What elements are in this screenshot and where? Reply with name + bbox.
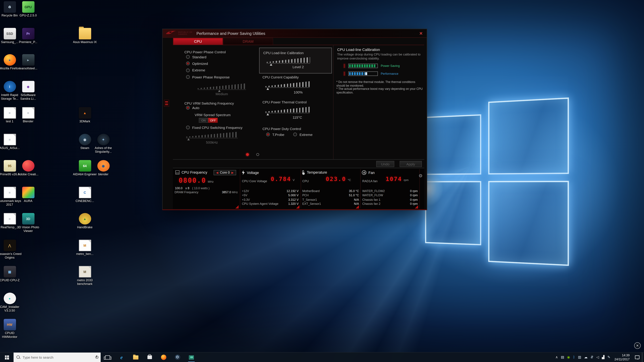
system-tray: ∧ ▤ ◉ ᛒ ▥ ☁ ⇵ ◁ ▟ ✎ <box>556 353 612 362</box>
firefox-icon[interactable] <box>156 352 170 362</box>
radio-option[interactable]: Power Phase Response <box>186 75 230 79</box>
tray-updown-icon[interactable]: ⇵ <box>590 356 593 359</box>
core-next-icon[interactable]: ▶ <box>232 171 234 174</box>
llc-value: Level 2 <box>280 65 317 69</box>
desktop-icon[interactable]: 3D3D Vision Photo Viewer <box>19 213 38 233</box>
content-divider <box>173 159 424 160</box>
vrm-heading: CPU VRM Switching Frequency <box>184 101 234 105</box>
monitor-settings-gear-icon[interactable]: ⚙ <box>418 173 422 178</box>
core-selector[interactable]: ◀ Core 0 ▶ <box>214 170 236 175</box>
core-prev-icon[interactable]: ◀ <box>216 171 218 174</box>
desktop-icon[interactable]: ◉blender <box>94 160 112 176</box>
tray-network-icon[interactable]: ▟ <box>602 356 604 359</box>
tab-label: CPU <box>194 39 202 43</box>
cinebench-icon: C <box>79 187 91 198</box>
desktop-icon[interactable]: PrPremiere_P... <box>19 28 38 44</box>
taskbar-search[interactable] <box>14 353 100 362</box>
tray-onedrive-icon[interactable]: ☁ <box>584 356 588 359</box>
tray-bluetooth-icon[interactable]: ᛒ <box>573 356 575 359</box>
desktop-icon-label: CPUID HWMonitor <box>0 331 22 339</box>
desktop-icon[interactable]: ▲HandBrake <box>76 213 94 229</box>
title-bar[interactable]: REPUBLIC OF GAMERS Performance and Power… <box>163 29 427 38</box>
desktop-icon[interactable]: ✦Ashes of the Singularity... <box>94 134 112 153</box>
task-view-button[interactable] <box>100 352 114 362</box>
tray-pen-icon[interactable]: ✎ <box>608 356 610 359</box>
tab[interactable]: DRAM <box>223 38 273 45</box>
slider-handle[interactable] <box>266 113 269 115</box>
vrm-fixed-option[interactable]: Fixed CPU Switching Frequency <box>186 125 242 129</box>
close-button[interactable]: ✕ <box>418 30 424 36</box>
hidden-icons-chevron[interactable]: ∧ <box>556 356 558 359</box>
radio-option[interactable]: Extreme <box>186 68 230 72</box>
sensor-row: +12V12.192 V <box>242 190 298 193</box>
desktop-icon[interactable]: Asus Maximus IX <box>76 28 94 44</box>
radio-label: Extreme <box>192 68 205 72</box>
search-input[interactable] <box>23 355 93 359</box>
desktop-icon[interactable]: ≡ASUS_AISui... <box>0 134 19 150</box>
desktop-icon[interactable]: ▲3DMark <box>76 107 94 123</box>
thermal-slider[interactable] <box>265 107 310 115</box>
vrm-spread-toggle[interactable]: ON OFF <box>199 118 218 123</box>
prime95-icon: 95 <box>4 160 16 172</box>
action-center-icon <box>635 356 639 359</box>
page-dot-2[interactable] <box>256 153 259 156</box>
radio-option[interactable]: Standard <box>186 55 230 59</box>
desktop-icon[interactable]: ▦CPUID CPU-Z <box>0 266 19 282</box>
undo-button[interactable]: Undo <box>376 161 394 167</box>
gpu-z-icon[interactable] <box>184 352 198 362</box>
tray-nvidia-icon[interactable]: ◉ <box>567 356 570 359</box>
radio-option[interactable]: Extreme <box>293 133 312 136</box>
side-menu-button[interactable] <box>164 100 169 107</box>
desktop-icon[interactable]: ●CAM_Installer V3.3.50 <box>0 293 19 312</box>
toggle-on[interactable]: ON <box>199 118 208 123</box>
action-center-button[interactable] <box>632 353 642 362</box>
radio-option[interactable]: T.Probe <box>266 133 284 136</box>
desktop-icon[interactable]: HWCPUID HWMonitor <box>0 319 19 339</box>
steam-icon[interactable] <box>170 352 184 362</box>
radio-icon <box>293 133 297 136</box>
toggle-off[interactable]: OFF <box>208 118 218 123</box>
premiere-icon: Pr <box>22 28 34 39</box>
desktop-icon[interactable]: ≡Futuremark keys 2017 <box>0 187 19 206</box>
desktop-icon[interactable]: ▸tearsofsteel... <box>19 54 38 70</box>
slider-handle[interactable] <box>266 88 269 90</box>
desktop-icon-label: Adobe Creati... <box>16 172 40 176</box>
power-phase-response-slider[interactable] <box>198 83 246 91</box>
store-icon[interactable] <box>142 352 156 362</box>
cpu-temp-value: 023.0 °C <box>326 176 351 182</box>
slider-handle[interactable] <box>187 138 190 140</box>
slider-handle[interactable] <box>270 64 272 66</box>
taskbar-clock[interactable]: 14:39 24/11/2017 <box>612 353 632 362</box>
desktop-icon[interactable]: Mmetro_ben... <box>76 240 94 256</box>
radio-option[interactable]: Optimized <box>186 62 230 65</box>
vrm-frequency-slider[interactable] <box>186 132 238 140</box>
tray-volume-icon[interactable]: ◁ <box>596 356 599 359</box>
desktop-icon[interactable]: Mmetro 2033 benchmark <box>76 266 94 286</box>
metro-bench-icon: M <box>79 240 91 251</box>
llc-slider[interactable] <box>266 57 310 65</box>
apply-button[interactable]: Apply <box>400 161 422 167</box>
start-button[interactable] <box>0 353 14 362</box>
desktop-icon[interactable]: ⋀Assassin's Creed Origins <box>0 240 19 259</box>
tab[interactable]: CPU <box>173 38 223 45</box>
file-explorer-icon[interactable] <box>129 352 142 362</box>
radio-label: Fixed CPU Switching Frequency <box>192 125 242 129</box>
clock-time: 14:39 <box>622 353 630 357</box>
vrm-auto-option[interactable]: Auto <box>186 106 200 110</box>
desktop-icon[interactable]: GPUGPU-Z.2.5.0 <box>19 1 38 17</box>
edge-icon[interactable]: e <box>114 352 128 362</box>
desktop-icon[interactable]: CCINEBENC... <box>76 187 94 203</box>
page-dot-1[interactable] <box>246 153 249 156</box>
desktop-icon[interactable]: ◆SiSoftware Sandra Li... <box>19 81 38 100</box>
tray-display-icon[interactable]: ▥ <box>578 356 581 359</box>
desktop-icon[interactable]: Adobe Creati... <box>19 160 38 176</box>
corner-watermark[interactable]: ✕ <box>634 342 641 349</box>
desktop-icon[interactable]: ≡Blender <box>19 107 38 123</box>
slider-handle[interactable] <box>218 90 220 92</box>
duty-options: T.Probe Extreme <box>266 133 312 136</box>
microphone-icon[interactable] <box>95 355 98 359</box>
desktop-icon[interactable]: AURA <box>19 187 38 203</box>
tray-app-window-icon[interactable]: ▤ <box>561 356 564 359</box>
current-slider[interactable] <box>265 81 310 89</box>
show-desktop-button[interactable] <box>642 353 644 362</box>
